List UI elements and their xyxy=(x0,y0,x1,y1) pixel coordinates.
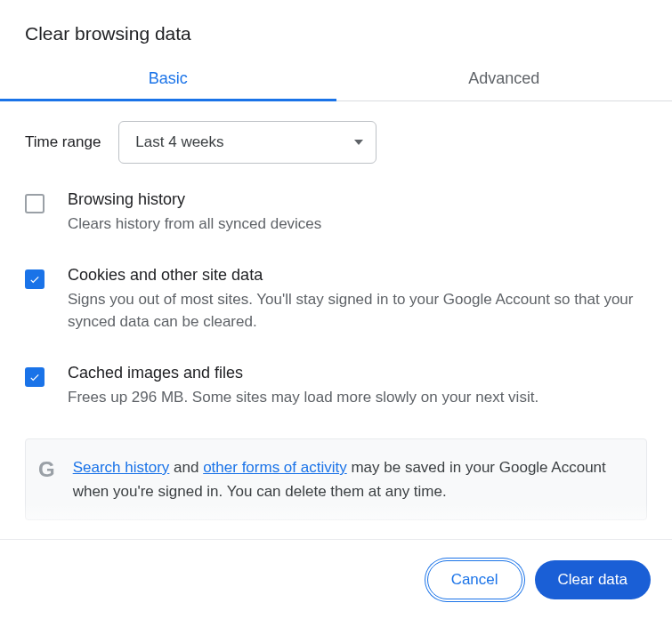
dialog-content: Time range Last 4 weeks Browsing history… xyxy=(0,101,672,520)
option-row-cookies: Cookies and other site data Signs you ou… xyxy=(25,266,647,334)
dialog-footer: Cancel Clear data xyxy=(0,539,672,619)
dialog-title: Clear browsing data xyxy=(0,23,672,57)
time-range-select[interactable]: Last 4 weeks xyxy=(118,121,376,164)
option-title: Cookies and other site data xyxy=(68,266,647,285)
option-text-cookies: Cookies and other site data Signs you ou… xyxy=(68,266,647,334)
check-icon xyxy=(28,371,41,383)
option-text-history: Browsing history Clears history from all… xyxy=(68,190,321,236)
option-desc: Signs you out of most sites. You'll stay… xyxy=(68,288,647,334)
tabs: Basic Advanced xyxy=(0,57,672,101)
option-desc: Frees up 296 MB. Some sites may load mor… xyxy=(68,386,538,409)
option-title: Browsing history xyxy=(68,190,321,209)
tab-advanced[interactable]: Advanced xyxy=(336,57,673,100)
link-other-activity[interactable]: other forms of activity xyxy=(203,459,347,476)
checkbox-cookies[interactable] xyxy=(25,269,45,289)
option-row-history: Browsing history Clears history from all… xyxy=(25,190,647,236)
cancel-button[interactable]: Cancel xyxy=(427,560,522,599)
time-range-label: Time range xyxy=(25,133,101,151)
clear-data-button[interactable]: Clear data xyxy=(535,560,651,599)
info-mid1: and xyxy=(169,459,203,476)
option-desc: Clears history from all synced devices xyxy=(68,213,321,236)
checkbox-cache[interactable] xyxy=(25,367,45,387)
time-range-row: Time range Last 4 weeks xyxy=(25,121,647,164)
option-title: Cached images and files xyxy=(68,364,538,382)
time-range-value: Last 4 weeks xyxy=(135,133,223,151)
check-icon xyxy=(28,273,41,285)
info-text: Search history and other forms of activi… xyxy=(73,455,628,503)
tab-basic[interactable]: Basic xyxy=(0,57,336,100)
google-account-info-box: G Search history and other forms of acti… xyxy=(25,438,647,520)
option-text-cache: Cached images and files Frees up 296 MB.… xyxy=(68,364,538,409)
google-g-icon: G xyxy=(38,457,55,482)
caret-down-icon xyxy=(354,140,363,145)
link-search-history[interactable]: Search history xyxy=(73,459,170,476)
option-row-cache: Cached images and files Frees up 296 MB.… xyxy=(25,364,647,409)
clear-browsing-data-dialog: Clear browsing data Basic Advanced Time … xyxy=(0,0,672,520)
checkbox-history[interactable] xyxy=(25,194,45,213)
